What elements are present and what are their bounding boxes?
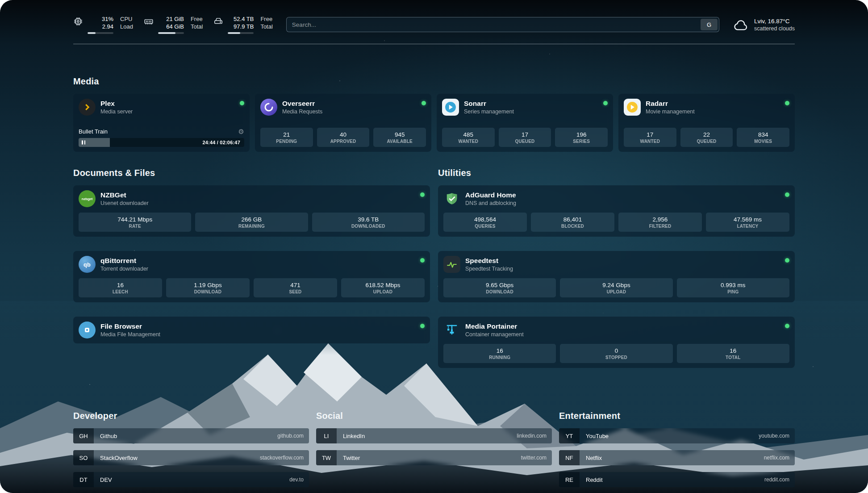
bookmark-youtube[interactable]: YT YouTube youtube.com: [559, 428, 795, 443]
stat-upload: 9.24 Gbps UPLOAD: [560, 278, 672, 297]
service-subtitle: Series management: [464, 109, 514, 115]
memory-free-value: 21 GiB: [158, 15, 184, 23]
service-card-portainer[interactable]: Media Portainer Container management 16 …: [438, 317, 795, 368]
service-name: AdGuard Home: [465, 191, 516, 199]
radarr-icon: [624, 99, 641, 116]
bookmark-reddit[interactable]: RE Reddit reddit.com: [559, 472, 795, 487]
section-title-developer: Developer: [73, 411, 309, 421]
service-card-filebrowser[interactable]: File Browser Media File Management: [73, 317, 430, 343]
bookmark-github[interactable]: GH Github github.com: [73, 428, 309, 443]
overseerr-status-dot: [421, 101, 426, 105]
service-name: qBittorrent: [100, 256, 148, 265]
bookmark-name: Github: [94, 428, 117, 443]
service-subtitle: Usenet downloader: [100, 200, 149, 207]
bookmark-name: Twitter: [337, 450, 360, 465]
stat-queued: 22 QUEUED: [680, 128, 733, 147]
bookmark-name: YouTube: [580, 428, 609, 443]
bookmark-name: StackOverflow: [94, 450, 138, 465]
search-provider-button[interactable]: G: [701, 19, 718, 30]
bookmark-name: Netflix: [580, 450, 602, 465]
filebrowser-status-dot: [420, 324, 425, 328]
memory-widget: 21 GiB Free 64 GiB Total: [144, 15, 203, 34]
disk-progress-bar: [228, 32, 254, 34]
search-input[interactable]: [286, 17, 719, 32]
stars-decoration: [0, 0, 1, 1]
topbar: 31% CPU 2.94 Load 21 GiB Free: [73, 15, 795, 34]
gear-icon[interactable]: ⚙: [238, 128, 244, 135]
disk-free-label: Free: [260, 15, 272, 23]
nzbget-icon: nzbget: [79, 190, 96, 207]
filebrowser-icon: [79, 322, 96, 338]
service-subtitle: Media File Management: [100, 331, 160, 338]
portainer-status-dot: [785, 324, 789, 328]
service-card-overseerr[interactable]: Overseerr Media Requests 21 PENDING 40 A…: [255, 94, 431, 152]
weather-condition: scattered clouds: [754, 25, 795, 32]
bookmark-abbr: LI: [316, 428, 337, 443]
plex-icon: [79, 99, 96, 116]
speedtest-icon: [443, 256, 460, 273]
bookmark-group-social: Social LI LinkedIn linkedin.com TW Twitt…: [316, 411, 552, 493]
stat-stopped: 0 STOPPED: [560, 344, 672, 363]
plex-player-bar[interactable]: 24:44 / 02:06:47: [79, 138, 244, 147]
stat-latency: 47.569 ms LATENCY: [706, 213, 789, 232]
bookmark-group-entertainment: Entertainment YT YouTube youtube.com NF …: [559, 411, 795, 493]
service-card-plex[interactable]: Plex Media server Bullet Train ⚙ 24:44 /…: [73, 94, 250, 152]
service-subtitle: DNS and adblocking: [465, 200, 516, 207]
stat-remaining: 266 GB REMAINING: [195, 213, 308, 232]
section-utilities: Utilities AdGuard Home: [438, 168, 795, 382]
bookmark-url: twitter.com: [521, 450, 552, 465]
service-card-speedtest[interactable]: Speedtest Speedtest Tracking 9.65 Gbps D…: [438, 251, 795, 302]
bookmark-abbr: TW: [316, 450, 337, 465]
weather-location: Lviv, 16.87°C: [754, 17, 795, 25]
bookmark-stackoverflow[interactable]: SO StackOverflow stackoverflow.com: [73, 450, 309, 465]
bookmark-url: netflix.com: [764, 450, 795, 465]
cloud-icon: [733, 18, 749, 31]
bookmark-url: youtube.com: [759, 428, 795, 443]
nzbget-status-dot: [420, 192, 425, 197]
bookmark-url: linkedin.com: [517, 428, 552, 443]
sonarr-status-dot: [603, 101, 608, 105]
sonarr-icon: [442, 99, 459, 116]
stat-pending: 21 PENDING: [260, 128, 313, 147]
section-title-entertainment: Entertainment: [559, 411, 795, 421]
bookmark-twitter[interactable]: TW Twitter twitter.com: [316, 450, 552, 465]
bookmark-abbr: RE: [559, 472, 580, 487]
stat-filtered: 2,956 FILTERED: [618, 213, 702, 232]
service-card-qbittorrent[interactable]: qb qBittorrent Torrent downloader 16 LEE…: [73, 251, 430, 302]
bookmark-url: dev.to: [289, 472, 309, 487]
cpu-widget: 31% CPU 2.94 Load: [73, 15, 133, 34]
service-subtitle: Torrent downloader: [100, 266, 148, 272]
bookmark-dev[interactable]: DT DEV dev.to: [73, 472, 309, 487]
stat-blocked: 86,401 BLOCKED: [531, 213, 614, 232]
cpu-load-value: 2.94: [88, 23, 113, 30]
section-title-utilities: Utilities: [438, 168, 795, 178]
service-subtitle: Media server: [100, 109, 133, 115]
qbittorrent-status-dot: [420, 258, 425, 263]
section-title-documents: Documents & Files: [73, 168, 430, 178]
stat-rate: 744.21 Mbps RATE: [79, 213, 191, 232]
bookmark-abbr: SO: [73, 450, 94, 465]
service-name: Speedtest: [465, 256, 513, 265]
service-card-adguard[interactable]: AdGuard Home DNS and adblocking 498,564 …: [438, 185, 795, 237]
memory-progress-bar: [158, 32, 184, 34]
service-card-sonarr[interactable]: Sonarr Series management 485 WANTED 17 Q…: [437, 94, 613, 152]
speedtest-status-dot: [785, 258, 789, 263]
bookmark-linkedin[interactable]: LI LinkedIn linkedin.com: [316, 428, 552, 443]
bookmark-abbr: NF: [559, 450, 580, 465]
disk-total-label: Total: [260, 23, 272, 30]
stat-download: 9.65 Gbps DOWNLOAD: [443, 278, 556, 297]
qbittorrent-icon: qb: [79, 256, 96, 273]
service-card-radarr[interactable]: Radarr Movie management 17 WANTED 22 QUE…: [618, 94, 795, 152]
section-title-media: Media: [73, 76, 795, 87]
service-card-nzbget[interactable]: nzbget NZBGet Usenet downloader 744.21 M…: [73, 185, 430, 237]
pause-icon[interactable]: [82, 141, 85, 145]
stat-running: 16 RUNNING: [443, 344, 556, 363]
stat-download: 1.19 Gbps DOWNLOAD: [166, 278, 250, 297]
playback-time: 24:44 / 02:06:47: [202, 140, 240, 145]
stat-upload: 618.52 Mbps UPLOAD: [341, 278, 425, 297]
cpu-usage-value: 31%: [88, 15, 113, 23]
disk-total-value: 97.9 TB: [228, 23, 254, 30]
search-bar: G: [286, 17, 719, 32]
bookmark-abbr: GH: [73, 428, 94, 443]
bookmark-netflix[interactable]: NF Netflix netflix.com: [559, 450, 795, 465]
